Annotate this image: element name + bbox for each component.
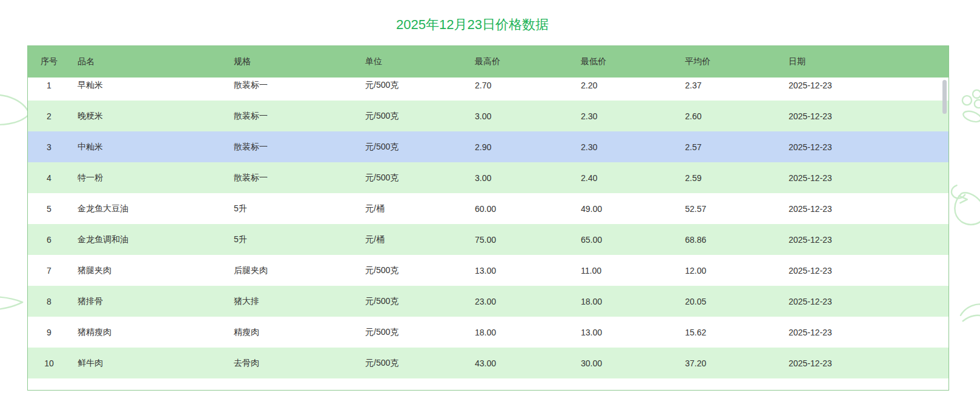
cell-spec: 散装标一 <box>227 173 358 183</box>
cell-avg: 12.00 <box>678 266 781 276</box>
cell-index: 2 <box>28 111 70 121</box>
cell-unit: 元/500克 <box>358 265 468 276</box>
table-row[interactable]: 5金龙鱼大豆油5升元/桶60.0049.0052.572025-12-23 <box>28 193 949 224</box>
cell-high: 60.00 <box>468 204 574 214</box>
cell-high: 2.90 <box>468 142 574 152</box>
cell-unit: 元/桶 <box>358 203 468 214</box>
cell-index: 8 <box>28 297 70 306</box>
cell-name: 鲜牛肉 <box>70 358 227 369</box>
cell-date: 2025-12-23 <box>781 111 949 121</box>
cell-date: 2025-12-23 <box>781 235 949 245</box>
cell-spec: 去骨肉 <box>227 358 358 369</box>
column-header-date: 日期 <box>781 56 949 67</box>
scrollbar-thumb[interactable] <box>942 80 947 114</box>
veggie-peas-decoration-right-top <box>961 88 980 131</box>
cell-avg: 2.37 <box>678 81 781 90</box>
cell-low: 49.00 <box>574 204 678 214</box>
column-header-unit: 单位 <box>358 56 468 67</box>
cell-unit: 元/500克 <box>358 80 468 91</box>
cell-avg: 2.60 <box>678 111 781 121</box>
cell-date: 2025-12-23 <box>781 142 949 152</box>
cell-unit: 元/桶 <box>358 234 468 245</box>
cell-index: 3 <box>28 142 70 152</box>
table-row[interactable]: 2晚粳米散装标一元/500克3.002.302.602025-12-23 <box>28 101 949 131</box>
cell-low: 65.00 <box>574 235 678 245</box>
cell-spec: 散装标一 <box>227 142 358 153</box>
cell-index: 1 <box>28 81 70 90</box>
cell-low: 2.20 <box>574 81 678 90</box>
table-row[interactable]: 9猪精瘦肉精瘦肉元/500克18.0013.0015.622025-12-23 <box>28 317 949 348</box>
table-row[interactable]: 10鲜牛肉去骨肉元/500克43.0030.0037.202025-12-23 <box>28 348 949 378</box>
cell-unit: 元/500克 <box>358 173 468 183</box>
cell-avg: 52.57 <box>678 204 781 214</box>
cell-avg: 15.62 <box>678 328 781 337</box>
cell-name: 猪腿夹肉 <box>70 265 227 276</box>
veggie-eggplant-decoration-right-middle <box>949 182 980 229</box>
cell-low: 18.00 <box>574 297 678 306</box>
cell-spec: 猪大排 <box>227 296 358 307</box>
cell-name: 晚粳米 <box>70 111 227 122</box>
cell-date: 2025-12-23 <box>781 328 949 337</box>
table-row[interactable]: 3中籼米散装标一元/500克2.902.302.572025-12-23 <box>28 131 949 162</box>
cell-unit: 元/500克 <box>358 358 468 369</box>
cell-unit: 元/500克 <box>358 296 468 307</box>
cell-name: 中籼米 <box>70 142 227 153</box>
cell-date: 2025-12-23 <box>781 173 949 183</box>
cell-name: 金龙鱼调和油 <box>70 234 227 245</box>
table-body: 1早籼米散装标一元/500克2.702.202.372025-12-232晚粳米… <box>28 78 949 390</box>
cell-low: 13.00 <box>574 328 678 337</box>
cell-spec: 精瘦肉 <box>227 327 358 338</box>
cell-high: 23.00 <box>468 297 574 306</box>
cell-name: 猪精瘦肉 <box>70 327 227 338</box>
cell-high: 2.70 <box>468 81 574 90</box>
cell-unit: 元/500克 <box>358 111 468 122</box>
cell-avg: 20.05 <box>678 297 781 306</box>
cell-avg: 2.59 <box>678 173 781 183</box>
cell-index: 7 <box>28 266 70 276</box>
column-header-name: 品名 <box>70 56 227 67</box>
cell-name: 特一粉 <box>70 173 227 183</box>
veggie-decoration-right-bottom <box>959 298 980 327</box>
page-title: 2025年12月23日价格数据 <box>0 16 945 34</box>
table-row[interactable]: 4特一粉散装标一元/500克3.002.402.592025-12-23 <box>28 162 949 193</box>
cell-low: 11.00 <box>574 266 678 276</box>
column-header-spec: 规格 <box>227 56 358 67</box>
cell-unit: 元/500克 <box>358 142 468 153</box>
cell-high: 18.00 <box>468 328 574 337</box>
cell-avg: 2.57 <box>678 142 781 152</box>
cell-spec: 散装标一 <box>227 80 358 91</box>
cell-name: 早籼米 <box>70 80 227 91</box>
table-row[interactable]: 7猪腿夹肉后腿夹肉元/500克13.0011.0012.002025-12-23 <box>28 255 949 286</box>
table-rows: 1早籼米散装标一元/500克2.702.202.372025-12-232晚粳米… <box>28 78 949 378</box>
table-header: 序号品名规格单位最高价最低价平均价日期 <box>28 46 949 78</box>
cell-index: 6 <box>28 235 70 245</box>
cell-spec: 5升 <box>227 234 358 245</box>
cell-name: 猪排骨 <box>70 296 227 307</box>
cell-name: 金龙鱼大豆油 <box>70 203 227 214</box>
cell-high: 43.00 <box>468 358 574 368</box>
cell-index: 10 <box>28 358 70 368</box>
cell-high: 3.00 <box>468 173 574 183</box>
cell-spec: 后腿夹肉 <box>227 265 358 276</box>
cell-low: 2.30 <box>574 142 678 152</box>
column-header-high: 最高价 <box>468 56 574 67</box>
cell-avg: 37.20 <box>678 358 781 368</box>
cell-unit: 元/500克 <box>358 327 468 338</box>
cell-index: 5 <box>28 204 70 214</box>
cell-low: 2.40 <box>574 173 678 183</box>
cell-index: 9 <box>28 328 70 337</box>
table-row[interactable]: 8猪排骨猪大排元/500克23.0018.0020.052025-12-23 <box>28 286 949 317</box>
table-row[interactable]: 6金龙鱼调和油5升元/桶75.0065.0068.862025-12-23 <box>28 224 949 255</box>
cell-date: 2025-12-23 <box>781 204 949 214</box>
cell-index: 4 <box>28 173 70 183</box>
cell-spec: 散装标一 <box>227 111 358 122</box>
cell-date: 2025-12-23 <box>781 297 949 306</box>
cell-high: 3.00 <box>468 111 574 121</box>
table-row[interactable]: 1早籼米散装标一元/500克2.702.202.372025-12-23 <box>28 78 949 101</box>
veggie-pod-decoration-left-bottom <box>0 285 26 323</box>
cell-date: 2025-12-23 <box>781 81 949 90</box>
cell-high: 75.00 <box>468 235 574 245</box>
cell-high: 13.00 <box>468 266 574 276</box>
price-table: 序号品名规格单位最高价最低价平均价日期 1早籼米散装标一元/500克2.702.… <box>27 45 949 391</box>
column-header-low: 最低价 <box>574 56 678 67</box>
